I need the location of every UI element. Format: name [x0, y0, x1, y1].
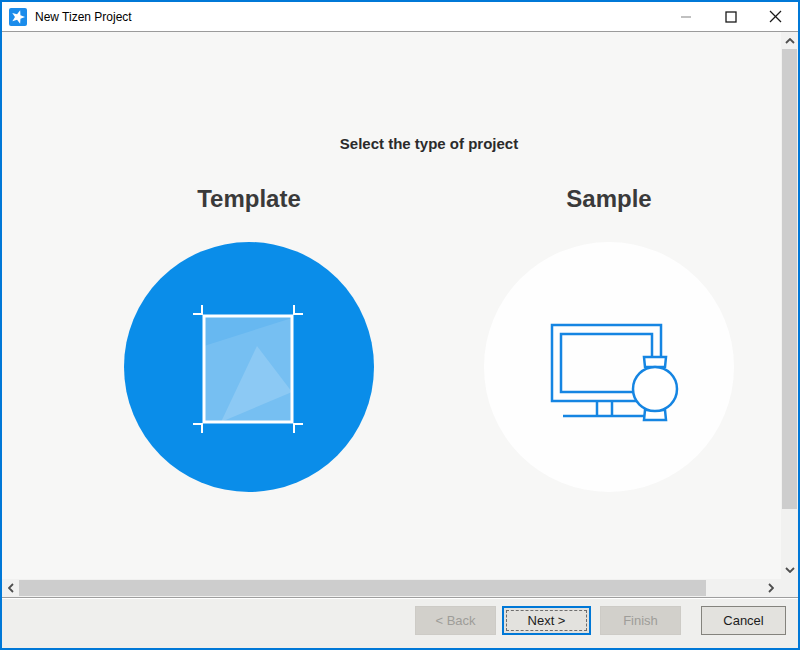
template-option-label[interactable]: Template [197, 185, 301, 213]
page-title: Select the type of project [340, 135, 518, 152]
sample-option-label[interactable]: Sample [566, 185, 651, 213]
vertical-scrollbar-thumb[interactable] [782, 49, 797, 509]
new-tizen-project-dialog: New Tizen Project Select the type of pro… [0, 0, 800, 650]
close-icon [769, 10, 782, 23]
tizen-logo-icon [9, 8, 27, 26]
minimize-icon [680, 11, 692, 23]
minimize-button [663, 2, 708, 31]
cancel-button[interactable]: Cancel [701, 606, 786, 635]
wizard-page: Select the type of project Template Samp… [2, 32, 798, 597]
back-button: < Back [415, 606, 496, 635]
vertical-scrollbar[interactable] [781, 32, 798, 579]
wizard-content: Select the type of project Template Samp… [2, 32, 781, 579]
scroll-down-icon[interactable] [781, 563, 798, 577]
template-document-icon [193, 305, 303, 433]
scrollbar-corner [781, 579, 798, 597]
close-button[interactable] [753, 2, 798, 31]
scroll-up-icon[interactable] [781, 34, 798, 48]
horizontal-scrollbar[interactable] [2, 579, 781, 597]
scroll-right-icon[interactable] [764, 579, 778, 597]
next-button[interactable]: Next > [502, 606, 591, 635]
maximize-button[interactable] [708, 2, 753, 31]
horizontal-scrollbar-thumb[interactable] [19, 580, 706, 596]
finish-button: Finish [600, 606, 681, 635]
title-bar: New Tizen Project [2, 2, 798, 32]
maximize-icon [725, 11, 737, 23]
scroll-left-icon[interactable] [4, 579, 18, 597]
window-title: New Tizen Project [35, 10, 663, 24]
wizard-button-bar: < Back Next > Finish Cancel [2, 597, 798, 648]
sample-option-button[interactable] [484, 242, 734, 492]
template-option-button[interactable] [124, 242, 374, 492]
